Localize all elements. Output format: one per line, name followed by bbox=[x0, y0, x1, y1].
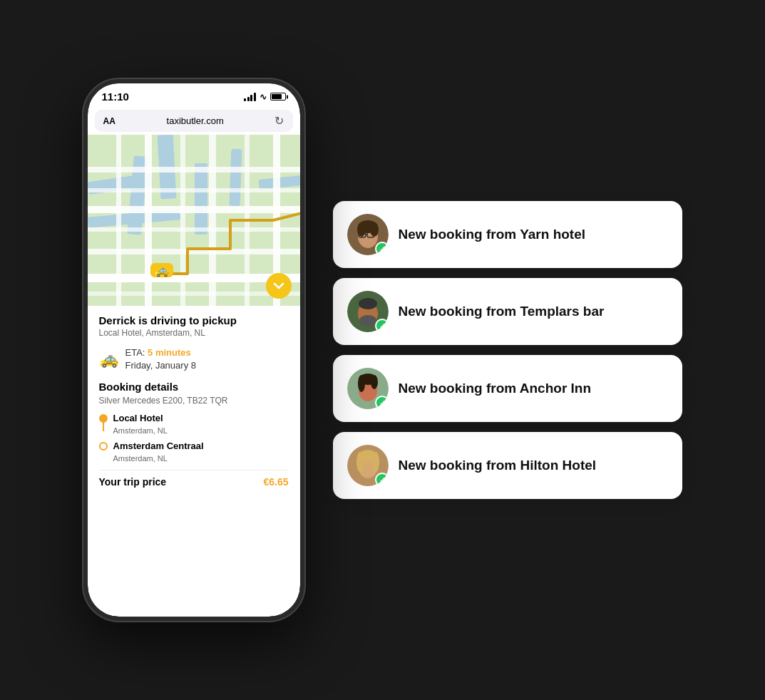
check-badge: ✓ bbox=[375, 396, 389, 409]
notification-hilton[interactable]: ✓ New booking from Hilton Hotel bbox=[333, 432, 682, 499]
notification-text-yarn: New booking from Yarn hotel bbox=[399, 226, 586, 244]
price-value: €6.65 bbox=[263, 476, 288, 488]
notification-text-hilton: New booking from Hilton Hotel bbox=[399, 457, 597, 475]
svg-point-11 bbox=[359, 298, 377, 309]
browser-aa: AA bbox=[103, 116, 115, 126]
svg-point-16 bbox=[371, 375, 378, 389]
svg-point-7 bbox=[370, 222, 379, 237]
pickup-name: Local Hotel bbox=[113, 413, 168, 423]
eta-date: Friday, January 8 bbox=[125, 360, 196, 371]
price-row: Your trip price €6.65 bbox=[99, 470, 289, 488]
check-badge: ✓ bbox=[375, 319, 389, 332]
pickup-item: Local Hotel Amsterdam, NL bbox=[99, 413, 289, 436]
notifications-list: ✓ New booking from Yarn hotel ✓ New book… bbox=[333, 201, 682, 499]
wifi-icon: ∿ bbox=[260, 92, 267, 102]
price-label: Your trip price bbox=[99, 476, 167, 488]
dropoff-dot bbox=[99, 442, 108, 451]
avatar-templars: ✓ bbox=[347, 291, 389, 332]
browser-bar[interactable]: AA taxibutler.com ↻ bbox=[95, 110, 293, 132]
phone-mockup: 11:10 ∿ AA taxibutler.com bbox=[83, 79, 304, 621]
notification-text-templars: New booking from Templars bar bbox=[399, 303, 605, 321]
dropoff-location: Amsterdam, NL bbox=[113, 454, 168, 463]
booking-info: Derrick is driving to pickup Local Hotel… bbox=[88, 306, 300, 617]
eta-row: 🚕 ETA: 5 minutes Friday, January 8 bbox=[99, 346, 289, 372]
refresh-icon[interactable]: ↻ bbox=[274, 114, 284, 128]
svg-point-6 bbox=[357, 222, 366, 237]
status-bar: 11:10 ∿ bbox=[88, 83, 300, 107]
notification-text-anchor: New booking from Anchor Inn bbox=[399, 380, 592, 398]
check-badge: ✓ bbox=[375, 473, 389, 486]
notification-anchor[interactable]: ✓ New booking from Anchor Inn bbox=[333, 355, 682, 422]
car-details: Silver Mercedes E200, TB22 TQR bbox=[99, 396, 289, 406]
svg-point-10 bbox=[359, 315, 376, 326]
dropoff-name: Amsterdam Centraal bbox=[113, 441, 204, 451]
taxi-icon: 🚕 bbox=[99, 350, 118, 369]
eta-label: ETA: bbox=[125, 347, 145, 358]
eta-value: 5 minutes bbox=[148, 347, 191, 358]
taxi-marker: 🚕 bbox=[150, 263, 173, 277]
avatar-yarn: ✓ bbox=[347, 214, 389, 255]
browser-url: taxibutler.com bbox=[167, 115, 224, 126]
driving-subtitle: Local Hotel, Amsterdam, NL bbox=[99, 328, 289, 338]
svg-point-21 bbox=[372, 452, 379, 472]
svg-point-15 bbox=[358, 375, 365, 392]
booking-section-title: Booking details bbox=[99, 381, 289, 393]
dropoff-item: Amsterdam Centraal Amsterdam, NL bbox=[99, 441, 289, 464]
svg-point-20 bbox=[356, 452, 364, 472]
avatar-anchor: ✓ bbox=[347, 368, 389, 409]
avatar-hilton: ✓ bbox=[347, 445, 389, 486]
pickup-location: Amsterdam, NL bbox=[113, 426, 168, 435]
map: 🚕 bbox=[88, 135, 300, 306]
notification-templars[interactable]: ✓ New booking from Templars bar bbox=[333, 278, 682, 345]
check-badge: ✓ bbox=[375, 242, 389, 255]
status-time: 11:10 bbox=[102, 91, 129, 103]
signal-icon bbox=[244, 93, 256, 101]
status-icons: ∿ bbox=[244, 92, 286, 102]
battery-icon bbox=[270, 93, 286, 101]
chevron-down-button[interactable] bbox=[266, 273, 292, 299]
notification-yarn[interactable]: ✓ New booking from Yarn hotel bbox=[333, 201, 682, 268]
eta-text: ETA: 5 minutes Friday, January 8 bbox=[125, 346, 196, 372]
scene: 11:10 ∿ AA taxibutler.com bbox=[83, 79, 682, 621]
driving-status: Derrick is driving to pickup bbox=[99, 314, 289, 326]
